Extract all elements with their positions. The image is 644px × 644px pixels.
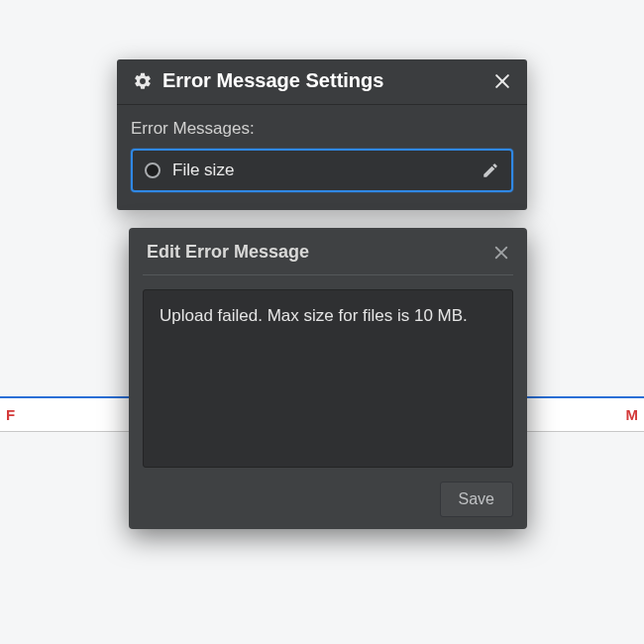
gear-icon	[133, 71, 153, 91]
dialog-footer: Save	[129, 482, 527, 517]
bg-right-char: M	[626, 406, 639, 423]
panel-header: Error Message Settings	[117, 59, 527, 105]
panel-title: Error Message Settings	[162, 69, 482, 92]
error-message-settings-panel: Error Message Settings Error Messages: F…	[117, 59, 527, 210]
section-label: Error Messages:	[131, 119, 513, 139]
bg-left-char: F	[6, 406, 15, 423]
close-dialog-button[interactable]	[491, 243, 511, 263]
radio-indicator[interactable]	[145, 162, 161, 178]
panel-body: Error Messages: File size	[117, 105, 527, 210]
close-panel-button[interactable]	[491, 70, 513, 92]
error-message-row-label: File size	[172, 161, 470, 180]
error-message-textarea[interactable]: Upload failed. Max size for files is 10 …	[143, 289, 513, 468]
dialog-header: Edit Error Message	[129, 228, 527, 274]
save-button[interactable]: Save	[440, 482, 513, 517]
edit-error-message-dialog: Edit Error Message Upload failed. Max si…	[129, 228, 527, 529]
edit-icon[interactable]	[482, 161, 499, 179]
dialog-divider	[143, 274, 513, 275]
dialog-title: Edit Error Message	[147, 242, 491, 263]
error-message-row-file-size[interactable]: File size	[131, 149, 513, 192]
